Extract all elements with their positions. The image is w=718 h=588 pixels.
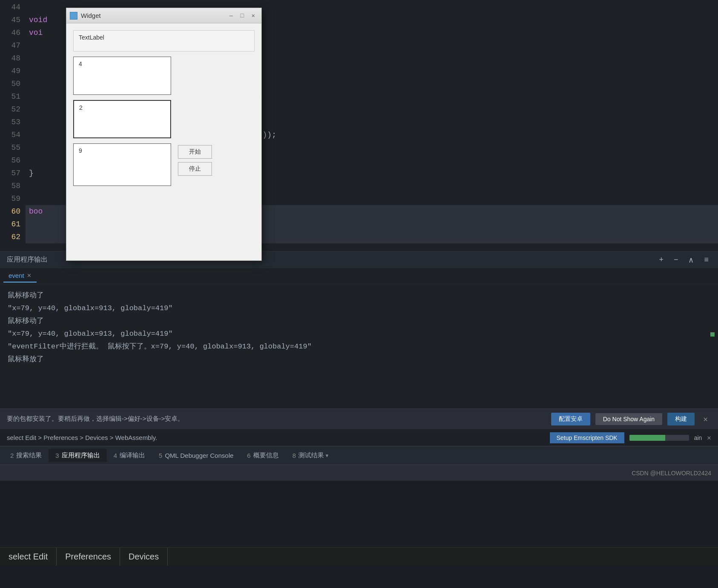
status-hint-right: Setup Emscripten SDK ain ✕ — [550, 432, 712, 443]
output-add-button[interactable]: + — [656, 254, 666, 265]
output-line-4: "x=79, y=40, globalx=913, globaly=419" — [8, 328, 710, 340]
output-line-1: 鼠标移动了 — [8, 289, 710, 302]
tab-event-label: event — [9, 272, 24, 279]
do-not-show-button[interactable]: Do Not Show Again — [595, 413, 662, 425]
build-button[interactable]: 构建 — [667, 413, 695, 425]
maximize-button[interactable]: □ — [237, 11, 247, 20]
tab-overview[interactable]: 6 概要信息 — [240, 449, 286, 462]
widget-input-1[interactable]: 4 — [73, 57, 171, 95]
detected-devices[interactable]: Devices — [120, 548, 168, 566]
status-bar-text: CSDN @HELLOWORLD2424 — [632, 470, 711, 477]
hint-close[interactable]: ✕ — [707, 434, 711, 442]
widget-input-3[interactable]: 9 — [73, 143, 171, 186]
tab-test-results[interactable]: 8 测试结果 ▾ — [286, 449, 335, 462]
bottom-tabs-bar: 2 搜索结果 3 应用程序输出 4 编译输出 5 QML Debugger Co… — [0, 446, 718, 465]
setup-emscripten-button[interactable]: Setup Emscripten SDK — [550, 432, 624, 443]
progress-bar — [629, 435, 689, 441]
configure-android-button[interactable]: 配置安卓 — [551, 413, 590, 425]
tab-compile-output[interactable]: 4 编译输出 — [107, 449, 152, 462]
stop-button[interactable]: 停止 — [178, 162, 212, 176]
tab-event-close[interactable]: ✕ — [27, 272, 31, 279]
status-hint-text: select Edit > Preferences > Devices > We… — [7, 434, 157, 441]
widget-bottom-row: 9 开始 停止 — [73, 143, 255, 186]
scroll-indicator — [710, 332, 715, 337]
widget-title: Widget — [81, 12, 225, 19]
output-content: 鼠标移动了 "x=79, y=40, globalx=913, globaly=… — [0, 284, 718, 408]
output-line-3: 鼠标移动了 — [8, 315, 710, 328]
notification-text: 要的包都安装了。要稍后再做，选择编辑->偏好->设备->安卓。 — [7, 415, 546, 423]
line-numbers: 44 45 46 47 48 49 50 51 52 53 54 55 56 5… — [0, 0, 26, 251]
tab-qml-debugger[interactable]: 5 QML Debugger Console — [152, 449, 240, 462]
widget-titlebar[interactable]: Widget — □ ✕ — [66, 8, 261, 23]
widget-label: TextLabel — [73, 30, 255, 51]
tab-search-results[interactable]: 2 搜索结果 — [3, 449, 49, 462]
detected-select-edit[interactable]: select Edit — [0, 548, 57, 566]
widget-input-2[interactable]: 2 — [73, 100, 171, 138]
minimize-button[interactable]: — — [226, 11, 236, 20]
widget-body: TextLabel 4 2 9 开始 停止 — [66, 23, 261, 260]
widget-window: Widget — □ ✕ TextLabel 4 2 9 开始 停止 — [66, 8, 262, 261]
close-button[interactable]: ✕ — [249, 11, 258, 20]
output-expand-button[interactable]: ≡ — [701, 254, 711, 265]
status-hint-bar: select Edit > Preferences > Devices > We… — [0, 429, 718, 446]
output-remove-button[interactable]: − — [671, 254, 681, 265]
tab-app-output[interactable]: 3 应用程序输出 — [49, 449, 106, 462]
output-line-2: "x=79, y=40, globalx=913, globaly=419" — [8, 302, 710, 315]
detected-bottom-bar: select Edit Preferences Devices — [0, 547, 718, 566]
output-line-5: "eventFilter中进行拦截。 鼠标按下了。x=79, y=40, glo… — [8, 340, 710, 353]
bottom-space — [0, 481, 718, 588]
notification-bar: 要的包都安装了。要稍后再做，选择编辑->偏好->设备->安卓。 配置安卓 Do … — [0, 408, 718, 429]
status-bar: CSDN @HELLOWORLD2424 — [0, 465, 718, 481]
detected-preferences[interactable]: Preferences — [57, 548, 120, 566]
output-line-6: 鼠标释放了 — [8, 353, 710, 366]
progress-bar-fill — [629, 435, 665, 441]
button-group: 开始 停止 — [178, 145, 212, 176]
output-panel-title: 应用程序输出 — [7, 255, 48, 264]
tab-event[interactable]: event ✕ — [3, 269, 37, 283]
start-button[interactable]: 开始 — [178, 145, 212, 159]
ain-label[interactable]: ain — [694, 434, 702, 441]
notification-close[interactable]: ✕ — [700, 413, 711, 425]
output-tabs: event ✕ — [0, 268, 718, 284]
output-panel: 应用程序输出 + − ∧ ≡ event ✕ 鼠标移动了 "x=79, y=40… — [0, 251, 718, 408]
output-controls: + − ∧ ≡ — [656, 254, 711, 265]
widget-icon — [70, 12, 77, 20]
output-collapse-button[interactable]: ∧ — [686, 254, 696, 265]
